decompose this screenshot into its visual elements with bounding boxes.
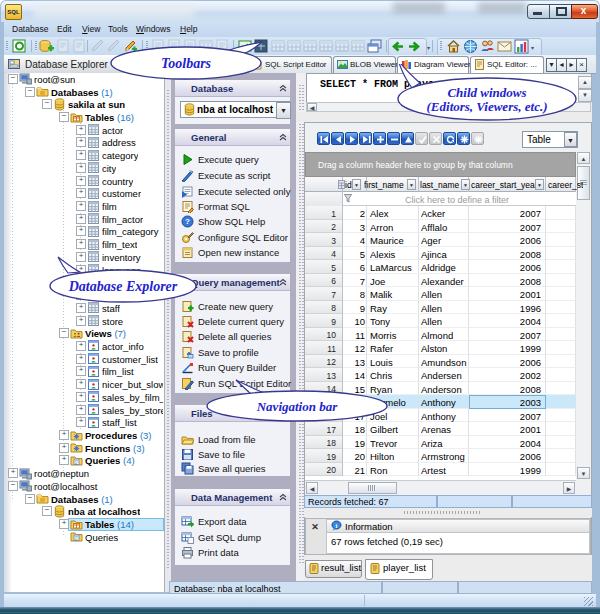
svg-text:i: i [336, 522, 338, 529]
svg-text:?: ? [185, 217, 190, 226]
svg-text:Database Explorer: Database Explorer [68, 279, 178, 294]
svg-text:Toolbars: Toolbars [161, 56, 212, 71]
svg-text:(Editors, Viewers, etc.): (Editors, Viewers, etc.) [427, 99, 548, 114]
svg-text:Child windows: Child windows [447, 85, 526, 100]
svg-text:Navigation bar: Navigation bar [256, 399, 338, 414]
